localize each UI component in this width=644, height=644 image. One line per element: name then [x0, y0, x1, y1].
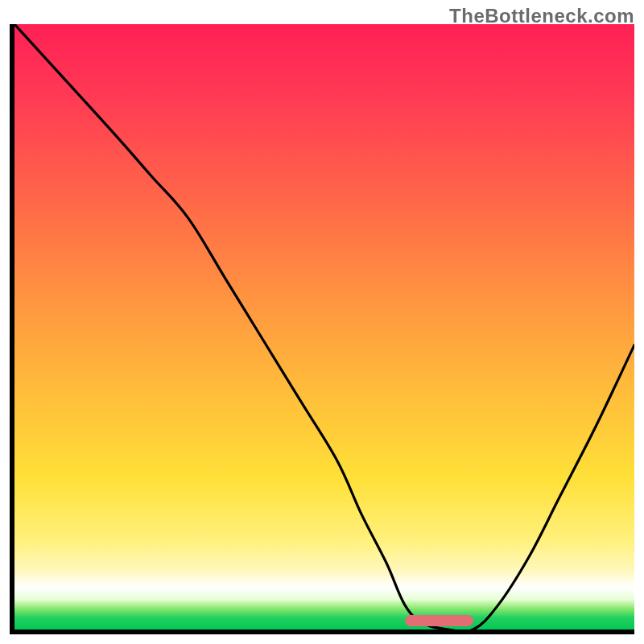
optimal-range-marker	[405, 615, 473, 626]
watermark-label: TheBottleneck.com	[449, 5, 634, 27]
chart-container: TheBottleneck.com	[0, 0, 644, 644]
plot-area	[14, 24, 634, 630]
plot-axes	[10, 24, 634, 634]
bottleneck-curve	[14, 24, 634, 630]
